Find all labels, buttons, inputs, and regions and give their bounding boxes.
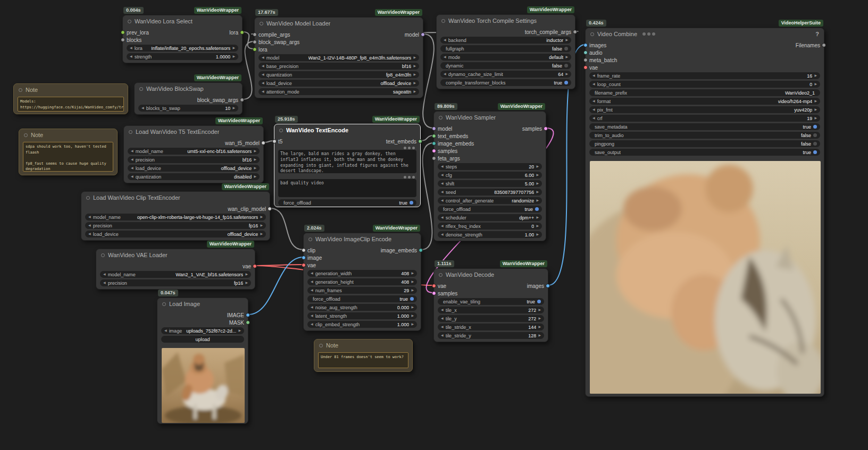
increment-arrow-icon[interactable]: ▶ xyxy=(254,173,256,180)
input-dot[interactable] xyxy=(272,139,277,143)
node-note-sdpa[interactable]: Note sdpa should work too, haven't teste… xyxy=(19,129,118,175)
decrement-arrow-icon[interactable]: ◀ xyxy=(592,72,595,79)
input-slot-block_swap_args[interactable]: block_swap_args xyxy=(253,39,299,45)
decrement-arrow-icon[interactable]: ◀ xyxy=(130,45,132,52)
increment-arrow-icon[interactable]: ▶ xyxy=(232,45,235,52)
output-dot[interactable] xyxy=(421,32,425,37)
increment-arrow-icon[interactable]: ▶ xyxy=(245,271,248,278)
decrement-arrow-icon[interactable]: ◀ xyxy=(88,231,91,237)
increment-arrow-icon[interactable]: ▶ xyxy=(254,148,256,155)
node-header[interactable]: Load WanVideo T5 TextEncoder xyxy=(124,126,263,138)
decrement-arrow-icon[interactable]: ◀ xyxy=(311,270,313,277)
increment-arrow-icon[interactable]: ▶ xyxy=(814,72,817,79)
widget-noise_aug_strength[interactable]: ◀noise_aug_strength0.000▶ xyxy=(307,304,417,311)
textarea-tool-icon[interactable] xyxy=(404,176,406,179)
increment-arrow-icon[interactable]: ▶ xyxy=(238,327,241,334)
node-header[interactable]: WanVideo ImageClip Encode xyxy=(304,233,421,245)
decrement-arrow-icon[interactable]: ◀ xyxy=(441,180,444,187)
increment-arrow-icon[interactable]: ▶ xyxy=(411,270,414,277)
collapse-dot-icon[interactable] xyxy=(441,19,445,23)
increment-arrow-icon[interactable]: ▶ xyxy=(411,304,414,311)
increment-arrow-icon[interactable]: ▶ xyxy=(565,71,568,78)
node-wanvideo-textencode[interactable]: 25.918s WanVideoWrapper WanVideo TextEnc… xyxy=(274,124,421,207)
widget-model[interactable]: ◀modelWan2_1-I2V-14B-480P_fp8_e4m3fn.saf… xyxy=(258,54,419,61)
decrement-arrow-icon[interactable]: ◀ xyxy=(131,173,133,180)
widget-riflex_freq_index[interactable]: ◀riflex_freq_index0▶ xyxy=(438,223,542,230)
input-slot-image_embeds[interactable]: image_embeds xyxy=(432,141,474,147)
output-slot-image_embeds[interactable]: image_embeds xyxy=(381,248,423,253)
increment-arrow-icon[interactable]: ▶ xyxy=(411,312,414,319)
decrement-arrow-icon[interactable]: ◀ xyxy=(262,54,264,61)
positive-prompt-textarea[interactable]: The large, bald man rides a gray donkey,… xyxy=(278,150,416,173)
node-wanvideo-model-loader[interactable]: 17.677s WanVideoWrapper WanVideo Model L… xyxy=(254,17,423,98)
decrement-arrow-icon[interactable]: ◀ xyxy=(441,231,444,238)
collapse-dot-icon[interactable] xyxy=(139,87,143,91)
widget-frame_rate[interactable]: ◀frame_rate16▶ xyxy=(589,72,820,79)
input-slot-vae[interactable]: vae xyxy=(583,65,598,71)
widget-tile_stride_x[interactable]: ◀tile_stride_x144▶ xyxy=(438,324,544,330)
increment-arrow-icon[interactable]: ▶ xyxy=(814,81,817,88)
decrement-arrow-icon[interactable]: ◀ xyxy=(441,315,444,322)
output-dot[interactable] xyxy=(268,207,272,211)
widget-model_name[interactable]: ◀model_nameopen-clip-xlm-roberta-large-v… xyxy=(85,214,266,220)
widget-seed[interactable]: ◀seed835087397707756▶ xyxy=(438,189,542,196)
mute-icon[interactable] xyxy=(647,32,650,36)
increment-arrow-icon[interactable]: ▶ xyxy=(538,332,541,339)
decrement-arrow-icon[interactable]: ◀ xyxy=(311,312,313,319)
output-dot[interactable] xyxy=(261,141,265,145)
input-dot[interactable] xyxy=(121,30,125,35)
input-slot-image[interactable]: image xyxy=(302,255,322,261)
widget-model_name[interactable]: ◀model_nameumt5-xxl-enc-bf16.safetensors… xyxy=(128,148,260,155)
input-slot-blocks[interactable]: blocks xyxy=(121,37,141,43)
increment-arrow-icon[interactable]: ▶ xyxy=(536,163,539,170)
node-wanvideo-decode[interactable]: 1.111s WanVideoWrapper WanVideo Decode v… xyxy=(433,268,548,342)
collapse-dot-icon[interactable] xyxy=(128,20,131,23)
input-slot-images[interactable]: images xyxy=(583,43,606,48)
decrement-arrow-icon[interactable]: ◀ xyxy=(262,71,264,78)
decrement-arrow-icon[interactable]: ◀ xyxy=(103,279,106,286)
output-slot-wan_t5_model[interactable]: wan_t5_model xyxy=(225,140,265,146)
widget-precision[interactable]: ◀precisionfp16▶ xyxy=(100,279,251,286)
textarea-tool-icon[interactable] xyxy=(412,176,415,179)
increment-arrow-icon[interactable]: ▶ xyxy=(260,231,263,237)
increment-arrow-icon[interactable]: ▶ xyxy=(254,165,256,172)
widget-fullgraph[interactable]: fullgraphfalse xyxy=(440,45,571,52)
decrement-arrow-icon[interactable]: ◀ xyxy=(441,324,444,330)
input-dot[interactable] xyxy=(583,65,588,70)
decrement-arrow-icon[interactable]: ◀ xyxy=(88,222,91,229)
node-header[interactable]: WanVideo Sampler xyxy=(434,112,546,123)
increment-arrow-icon[interactable]: ▶ xyxy=(814,98,817,105)
widget-mode[interactable]: ◀modedefault▶ xyxy=(440,54,571,61)
input-slot-clip[interactable]: clip xyxy=(302,248,315,253)
collapse-dot-icon[interactable] xyxy=(439,273,443,277)
input-dot[interactable] xyxy=(583,43,588,47)
output-dot[interactable] xyxy=(544,126,548,131)
output-dot[interactable] xyxy=(240,98,244,102)
collapse-dot-icon[interactable] xyxy=(279,129,283,132)
collapse-dot-icon[interactable] xyxy=(308,237,312,241)
widget-dynamic[interactable]: dynamicfalse xyxy=(440,62,571,69)
input-slot-meta_batch[interactable]: meta_batch xyxy=(583,57,617,63)
output-dot[interactable] xyxy=(246,313,250,317)
widget-shift[interactable]: ◀shift5.00▶ xyxy=(438,180,542,187)
decrement-arrow-icon[interactable]: ◀ xyxy=(141,105,144,112)
output-slot-vae[interactable]: vae xyxy=(243,264,257,269)
increment-arrow-icon[interactable]: ▶ xyxy=(536,223,539,230)
widget-attention_mode[interactable]: ◀attention_modesageattn▶ xyxy=(258,88,419,95)
decrement-arrow-icon[interactable]: ◀ xyxy=(311,278,313,285)
node-header[interactable]: Video Combine ? xyxy=(586,28,824,40)
decrement-arrow-icon[interactable]: ◀ xyxy=(441,172,444,179)
widget-num_frames[interactable]: ◀num_frames29▶ xyxy=(307,287,417,294)
output-dot[interactable] xyxy=(546,284,550,288)
textarea-tool-icon[interactable] xyxy=(412,147,415,149)
widget-denoise_strength[interactable]: ◀denoise_strength1.00▶ xyxy=(438,231,542,238)
node-header[interactable]: WanVideo Lora Select xyxy=(123,15,242,27)
increment-arrow-icon[interactable]: ▶ xyxy=(814,106,817,113)
increment-arrow-icon[interactable]: ▶ xyxy=(536,180,539,187)
input-slot-model[interactable]: model xyxy=(432,126,452,132)
input-dot[interactable] xyxy=(253,47,257,52)
decrement-arrow-icon[interactable]: ◀ xyxy=(444,54,446,61)
widget-upload[interactable]: upload xyxy=(161,336,244,343)
output-slot-IMAGE[interactable]: IMAGE xyxy=(227,312,250,318)
increment-arrow-icon[interactable]: ▶ xyxy=(536,189,539,196)
